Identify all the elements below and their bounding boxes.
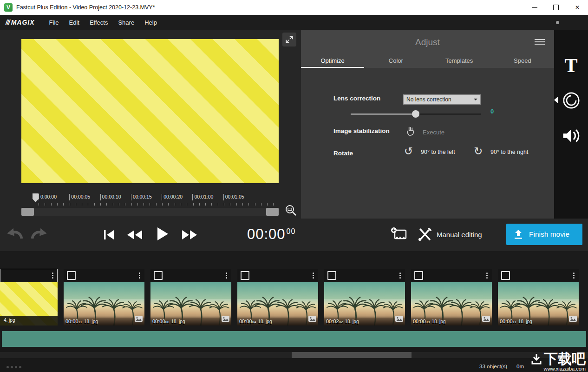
ruler-ticks <box>39 203 279 206</box>
manual-editing-label[interactable]: Manual editing <box>437 231 482 239</box>
finish-movie-label: Finish movie <box>529 230 569 239</box>
rotate-label: Rotate <box>333 150 353 157</box>
image-badge-icon <box>135 315 143 324</box>
add-object-icon <box>390 226 408 242</box>
watermark: 下载吧 www.xiazaiba.com <box>531 351 586 372</box>
lens-correction-slider[interactable] <box>351 110 481 118</box>
menu-help[interactable]: Help <box>139 16 162 29</box>
panel-menu-button[interactable] <box>535 38 545 46</box>
media-bin-row: 4. jpg <box>0 269 579 326</box>
media-bin: 4. jpg <box>0 251 588 331</box>
clip-label: 00:000818. jpg <box>150 316 231 326</box>
timeline-zoom-button[interactable] <box>281 204 297 218</box>
hand-icon <box>405 125 416 138</box>
active-tool-indicator <box>554 96 558 104</box>
magix-logo: /// MAGIX <box>6 19 35 26</box>
clip-checkbox[interactable] <box>241 271 249 280</box>
clip-header <box>411 269 492 282</box>
clip-menu-icon[interactable] <box>138 272 141 279</box>
media-clip[interactable]: 00:001118. jpg <box>64 269 144 326</box>
adjust-tabs: Optimize Color Templates Speed <box>301 54 554 68</box>
undo-button[interactable] <box>6 226 24 243</box>
clip-checkbox[interactable] <box>414 271 423 280</box>
image-stabilization-label: Image stabilization <box>333 127 390 134</box>
media-clip[interactable]: 00:001118. jpg <box>498 269 579 326</box>
clip-checkbox[interactable] <box>154 271 163 280</box>
menu-edit[interactable]: Edit <box>64 16 85 29</box>
slider-thumb[interactable] <box>412 110 419 118</box>
upload-icon <box>513 229 524 240</box>
timeline-ruler[interactable]: 0:00:0000:00:0500:00:1000:00:1500:00:200… <box>21 193 279 206</box>
media-clip[interactable]: 00:000918. jpg <box>411 269 492 326</box>
clip-menu-icon[interactable] <box>312 272 315 279</box>
redo-button[interactable] <box>30 226 48 243</box>
clip-header <box>498 269 579 282</box>
rotate-right-button[interactable]: 90° to the right <box>490 149 528 155</box>
text-tool-button[interactable]: T <box>554 54 588 77</box>
clip-header <box>237 269 318 282</box>
tab-templates[interactable]: Templates <box>428 54 491 68</box>
clip-label: 00:000418. jpg <box>237 316 318 326</box>
clip-menu-icon[interactable] <box>572 272 575 279</box>
menu-file[interactable]: File <box>44 16 64 29</box>
rotate-right-icon[interactable]: ↻ <box>474 146 483 157</box>
playhead[interactable] <box>33 193 39 202</box>
image-badge-icon <box>395 315 403 324</box>
clip-menu-icon[interactable] <box>485 272 489 279</box>
maximize-button[interactable] <box>545 0 567 15</box>
play-button[interactable] <box>156 226 169 243</box>
manual-editing-button[interactable] <box>417 227 433 243</box>
clip-label: 00:020218. jpg <box>324 316 405 326</box>
fullscreen-button[interactable] <box>282 33 296 46</box>
ruler-label: 00:00:10 <box>100 194 131 199</box>
audio-tool-button[interactable] <box>554 126 588 145</box>
minimize-button[interactable] <box>524 0 545 15</box>
timecode-frames: 00 <box>287 227 296 235</box>
media-clip[interactable]: 00:000818. jpg <box>150 269 231 326</box>
fullscreen-icon <box>285 34 294 45</box>
lens-correction-label: Lens correction <box>333 95 380 102</box>
audio-track[interactable] <box>2 331 586 347</box>
fast-forward-button[interactable] <box>181 230 198 241</box>
rotate-left-button[interactable]: 90° to the left <box>421 149 455 155</box>
skip-to-start-button[interactable] <box>103 230 115 241</box>
clip-menu-icon[interactable] <box>225 272 228 279</box>
video-preview <box>21 39 279 183</box>
clip-checkbox[interactable] <box>327 271 336 280</box>
clip-checkbox[interactable] <box>67 271 76 280</box>
media-clip[interactable]: 4. jpg <box>0 269 58 326</box>
rotate-left-icon[interactable]: ↺ <box>404 146 413 157</box>
close-button[interactable]: ✕ <box>567 0 588 15</box>
effects-tool-button[interactable] <box>554 91 588 110</box>
undo-icon <box>6 226 24 242</box>
finish-movie-button[interactable]: Finish movie <box>506 224 582 245</box>
clip-label: 00:000918. jpg <box>411 316 492 326</box>
logo-text: MAGIX <box>11 19 35 26</box>
ruler-labels: 0:00:0000:00:0500:00:1000:00:1500:00:200… <box>39 194 254 199</box>
watermark-url: www.xiazaiba.com <box>531 366 586 372</box>
clip-header <box>64 269 144 282</box>
clip-menu-icon[interactable] <box>51 272 54 279</box>
execute-button[interactable]: Execute <box>423 129 444 136</box>
clip-menu-icon[interactable] <box>399 272 402 279</box>
lens-correction-dropdown[interactable]: No lens correction <box>403 94 481 105</box>
timecode-display: 00:0000 <box>247 226 295 243</box>
scrollbar-right-handle[interactable] <box>266 208 279 216</box>
tab-optimize[interactable]: Optimize <box>301 54 364 68</box>
media-clip[interactable]: 00:000418. jpg <box>237 269 318 326</box>
preview-scrollbar[interactable] <box>21 208 279 216</box>
minimize-icon <box>532 7 537 8</box>
clip-checkbox[interactable] <box>501 271 510 280</box>
menu-effects[interactable]: Effects <box>85 16 113 29</box>
media-clip[interactable]: 00:020218. jpg <box>324 269 405 326</box>
window-controls: ✕ <box>524 0 588 15</box>
logo-slashes: /// <box>6 19 10 26</box>
menu-share[interactable]: Share <box>113 16 139 29</box>
rewind-button[interactable] <box>126 230 143 241</box>
bin-scrollbar-handle[interactable] <box>292 352 412 358</box>
add-object-button[interactable] <box>390 226 408 244</box>
tab-speed[interactable]: Speed <box>491 54 554 68</box>
tab-color[interactable]: Color <box>364 54 427 68</box>
workspace: 0:00:0000:00:0500:00:1000:00:1500:00:200… <box>0 30 588 219</box>
scrollbar-left-handle[interactable] <box>21 208 34 216</box>
